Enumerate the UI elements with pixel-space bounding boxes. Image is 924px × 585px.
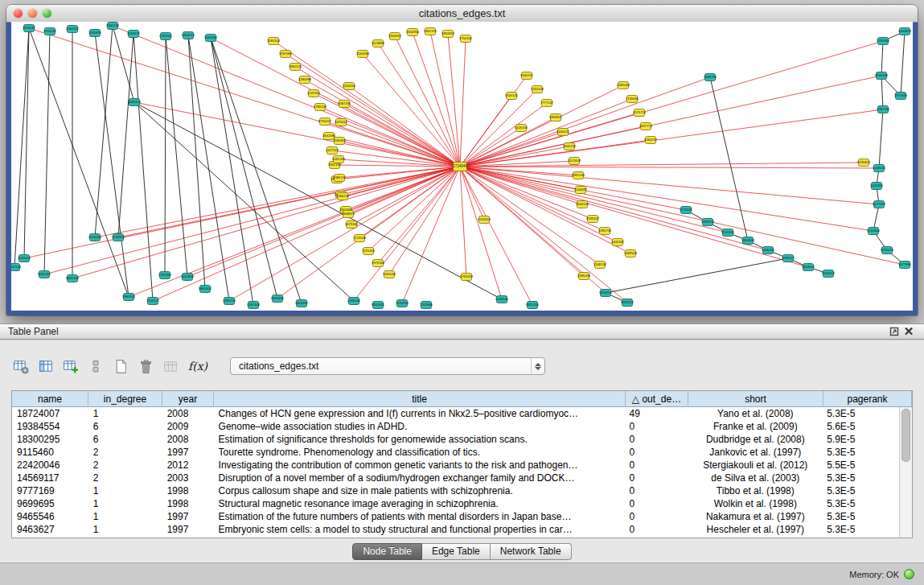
column-header-year[interactable]: year (162, 391, 214, 406)
column-header-in-degree[interactable]: in_degree (88, 391, 162, 406)
table-cell: Estimation of significance thresholds fo… (214, 433, 625, 446)
table-cell: Tourette syndrome. Phenomenology and cla… (214, 446, 625, 459)
graph-node-label: 1679197 (680, 208, 693, 212)
network-view[interactable]: 1876032915423110645221190876206013415356… (11, 22, 913, 311)
window-titlebar[interactable]: citations_edges.txt (6, 5, 918, 23)
graph-node-label: 1186104 (267, 39, 281, 43)
table-cell: 1 (88, 484, 162, 497)
table-panel-header: Table Panel ✕ (0, 323, 924, 340)
graph-edge (44, 31, 50, 274)
minimize-window-button[interactable] (28, 9, 37, 18)
graph-node-label: 1590803 (333, 138, 347, 142)
float-panel-icon[interactable] (887, 325, 901, 338)
column-mode-button[interactable] (86, 356, 105, 376)
graph-node-label: 1427512 (326, 148, 339, 152)
graph-node-label: 1624501 (599, 290, 613, 295)
table-cell: 1998 (162, 484, 214, 497)
column-header-out-de-[interactable]: △ out_de… (626, 391, 688, 406)
graph-node-label: 9924501 (372, 303, 385, 307)
zoom-window-button[interactable] (43, 9, 51, 18)
graph-node-label: 9031267 (38, 272, 51, 276)
table-cell: 5.3E-5 (822, 510, 899, 523)
column-header-name[interactable]: name (12, 391, 88, 406)
graph-node-label: 1248132 (593, 262, 607, 266)
column-header-pagerank[interactable]: pagerank (823, 391, 912, 406)
scrollbar-thumb[interactable] (901, 409, 910, 462)
graph-edge (134, 102, 354, 301)
graph-node-label: 1804392 (295, 301, 309, 305)
tab-node-table[interactable]: Node Table (352, 543, 422, 560)
create-column-button[interactable] (61, 356, 80, 376)
graph-node-label: 1592046 (347, 299, 361, 303)
column-header-title[interactable]: title (214, 391, 626, 406)
table-toolbar: f(x) citations_edges.txt (11, 355, 545, 377)
close-panel-icon[interactable]: ✕ (901, 325, 916, 338)
table-cell: 5.3E-5 (822, 484, 899, 497)
graph-node-label: 9203145 (721, 230, 735, 234)
graph-node-label: 1366219 (336, 194, 350, 198)
graph-node-label: 2086137 (333, 175, 347, 179)
column-header-short[interactable]: short (688, 391, 823, 406)
table-cell: 5.3E-5 (822, 407, 899, 420)
table-cell: 22420046 (12, 459, 88, 472)
table-cell: 14569117 (12, 472, 88, 484)
graph-node-label: 1980524 (122, 295, 136, 299)
table-cell: 5.9E-5 (822, 433, 899, 446)
table-cell: 2 (88, 459, 162, 472)
graph-node-label: 1064522 (66, 27, 80, 31)
graph-node-label: 1495758 (598, 229, 612, 233)
import-table-button[interactable] (161, 356, 180, 376)
table-cell: Estimation of the future numbers of pati… (214, 510, 625, 523)
select-columns-button[interactable] (36, 356, 55, 376)
table-row[interactable]: 969969511998Structural magnetic resonanc… (12, 497, 899, 510)
graph-edge (460, 99, 632, 167)
table-source-select[interactable]: citations_edges.txt (230, 357, 545, 375)
table-cell: 1997 (162, 446, 214, 459)
table-row[interactable]: 1872400712008Changes of HCN gene express… (12, 407, 899, 420)
table-cell: 9463627 (12, 523, 88, 536)
tab-edge-table[interactable]: Edge Table (422, 543, 491, 560)
table-cell: 0 (625, 497, 688, 510)
function-builder-button[interactable]: f(x) (186, 356, 210, 376)
table-cell: Changes of HCN gene expression and I(f) … (214, 407, 625, 420)
table-row[interactable]: 946362711997Embryonic stem cells: a mode… (12, 523, 899, 536)
graph-node-label: 1703946 (420, 303, 433, 307)
graph-node-label: 1445162 (611, 240, 625, 244)
tab-network-table[interactable]: Network Table (491, 543, 572, 560)
new-table-button[interactable] (111, 356, 130, 376)
table-row[interactable]: 911546021997Tourette syndrome. Phenomeno… (12, 446, 899, 459)
memory-status-label: Memory: OK (849, 570, 899, 579)
table-row[interactable]: 977716911998Corpus callosum shape and si… (12, 484, 899, 497)
table-cell: 0 (625, 420, 688, 433)
table-row[interactable]: 946554611997Estimation of the future num… (12, 510, 899, 523)
table-cell: 1998 (162, 497, 214, 510)
graph-node-label: 1604742 (563, 144, 577, 148)
graph-node-label: 1190876 (88, 31, 102, 35)
table-settings-button[interactable] (11, 356, 31, 376)
graph-node-label: 1976341 (372, 261, 385, 265)
table-row[interactable]: 1456911722003Disruption of a novel membe… (12, 472, 899, 484)
table-cell: 6 (88, 420, 162, 433)
graph-node-label: 1660934 (204, 35, 218, 39)
table-vertical-scrollbar[interactable] (899, 407, 912, 538)
graph-edge (430, 31, 460, 167)
close-window-button[interactable] (14, 9, 23, 18)
delete-table-button[interactable] (136, 356, 155, 376)
table-cell: 5.3E-5 (822, 497, 899, 510)
table-cell: 2009 (162, 420, 214, 433)
graph-node-label: 1677890 (898, 262, 912, 266)
table-row[interactable]: 1830029562008Estimation of significance … (12, 433, 899, 446)
graph-node-label: 1852243 (572, 173, 585, 177)
table-row[interactable]: 1938455462009Genome–wide association stu… (12, 420, 899, 433)
graph-node-label: 1604120 (576, 202, 589, 206)
table-cell: Yano et al. (2008) (687, 407, 822, 420)
network-canvas[interactable]: 1876032915423110645221190876206013415356… (11, 22, 913, 311)
graph-node-label: 1664950 (406, 30, 420, 34)
table-cell: 2008 (162, 407, 214, 420)
table-cell: 9777169 (12, 484, 88, 497)
graph-edge (460, 167, 600, 265)
graph-node-label: 2060134 (106, 23, 120, 27)
table-cell: Disruption of a novel member of a sodium… (214, 472, 625, 484)
table-row[interactable]: 2242004622012Investigating the contribut… (12, 459, 899, 472)
graph-node-label: 1777147 (540, 101, 554, 105)
